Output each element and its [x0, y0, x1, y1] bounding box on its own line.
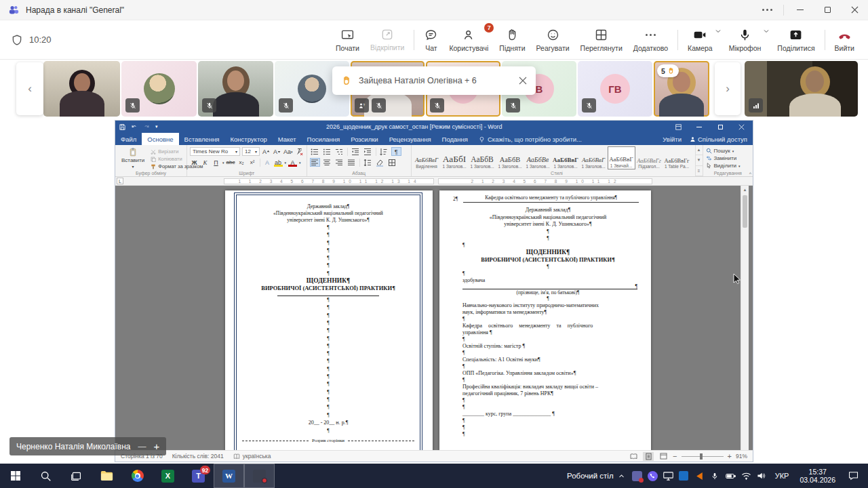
unpin-button[interactable]: Відкріпити	[365, 21, 410, 59]
text-effects-button[interactable]: А	[263, 158, 272, 167]
bullets-icon[interactable]	[310, 147, 320, 156]
word-minimize-button[interactable]	[692, 121, 707, 133]
share-button[interactable]: Поділитися	[772, 21, 820, 59]
search-button[interactable]	[31, 464, 61, 488]
redo-icon[interactable]	[143, 124, 150, 130]
action-center-button[interactable]	[841, 464, 865, 488]
word-taskbar-icon[interactable]: W	[214, 464, 244, 488]
window-close-button[interactable]	[841, 0, 868, 20]
superscript-button[interactable]: x²	[248, 158, 257, 167]
shrink-font-button[interactable]: А	[273, 147, 281, 156]
web-layout-button[interactable]	[658, 452, 669, 461]
style-item[interactable]: АаБбВвГ1 Заголов...	[580, 146, 608, 169]
justify-icon[interactable]	[347, 158, 357, 167]
participant-video[interactable]	[198, 61, 273, 117]
hidden-icons-chevron[interactable]	[614, 464, 629, 488]
document-canvas[interactable]: Державний заклад¶ «Південноукраїнський н…	[115, 186, 753, 450]
leave-button[interactable]: Вийти	[829, 21, 860, 59]
show-marks-icon[interactable]: ¶	[391, 147, 401, 156]
window-minimize-button[interactable]	[787, 0, 814, 20]
ribbon-display-options-icon[interactable]	[671, 121, 686, 133]
word-close-button[interactable]	[734, 121, 749, 133]
style-item[interactable]: АаБбВ1 Заголов...	[496, 146, 524, 169]
chat-button[interactable]: Чат	[418, 21, 443, 59]
tab-insert[interactable]: Вставлення	[179, 133, 225, 145]
replace-button[interactable]: Замінити	[706, 155, 741, 161]
zoom-out-button[interactable]: −	[673, 452, 677, 460]
clear-formatting-button[interactable]	[295, 147, 304, 156]
overlay-plus-button[interactable]: +	[153, 441, 159, 452]
toast-close-button[interactable]	[519, 77, 527, 85]
participants-button[interactable]: 7 Користувачі	[443, 21, 494, 59]
style-item[interactable]: АаБбВвГгПідзагол...	[635, 146, 663, 169]
qat-customize-icon[interactable]: ▾	[155, 124, 158, 129]
react-button[interactable]: Реагувати	[531, 21, 575, 59]
tab-mailings[interactable]: Розсилки	[345, 133, 383, 145]
print-layout-button[interactable]	[643, 452, 654, 461]
style-item[interactable]: АаБбВ1 Заголов...	[469, 146, 496, 169]
window-more-button[interactable]	[753, 0, 781, 20]
scrollbar-thumb[interactable]	[743, 195, 747, 228]
participant-avatar[interactable]: ГВ	[578, 61, 652, 117]
share-document-button[interactable]: Спільний доступ	[690, 136, 747, 143]
start-button[interactable]	[0, 464, 31, 488]
speaker-tray-icon[interactable]	[754, 464, 770, 488]
teams-tray-icon[interactable]	[629, 464, 645, 488]
file-explorer-icon[interactable]	[92, 464, 122, 488]
taskbar-clock[interactable]: 15:37 03.04.2026	[794, 468, 841, 484]
decrease-indent-icon[interactable]	[351, 147, 361, 156]
microphone-tray-icon[interactable]	[707, 464, 723, 488]
participant-video[interactable]	[745, 61, 858, 117]
ruler-segment[interactable]: 1 1 2 3 4 5 6 7 8 9 10 11 12 13 14	[224, 178, 434, 184]
increase-indent-icon[interactable]	[363, 147, 373, 156]
tab-selector[interactable]: L	[117, 178, 123, 184]
word-count[interactable]: Кількість слів: 2041	[172, 453, 224, 460]
tab-file[interactable]: Файл	[115, 133, 142, 145]
display-tray-icon[interactable]	[660, 464, 676, 488]
grow-font-button[interactable]: А	[262, 147, 271, 156]
highlight-button[interactable]: ab	[274, 158, 283, 167]
undo-icon[interactable]	[131, 124, 138, 130]
styles-scroll-down[interactable]: ▼	[696, 155, 703, 165]
shading-icon[interactable]	[375, 158, 385, 167]
zoom-slider-thumb[interactable]	[700, 453, 703, 460]
media-tray-icon[interactable]	[692, 464, 707, 488]
strip-prev-button[interactable]: ‹	[16, 62, 43, 115]
window-maximize-button[interactable]	[814, 0, 841, 20]
numbering-icon[interactable]	[322, 147, 332, 156]
sign-in-button[interactable]: Увійти	[663, 136, 682, 143]
participant-video[interactable]	[43, 61, 120, 117]
strip-next-button[interactable]: ›	[715, 62, 741, 115]
tab-design[interactable]: Конструктор	[225, 133, 273, 145]
tab-home[interactable]: Основне	[142, 133, 178, 145]
save-icon[interactable]	[119, 124, 125, 130]
tab-references[interactable]: Посилання	[302, 133, 346, 145]
font-name-select[interactable]: Times New Ro▾	[190, 147, 240, 156]
language-switcher[interactable]: УКР	[770, 472, 795, 480]
underline-button[interactable]: П	[212, 158, 220, 167]
zoom-in-button[interactable]: +	[728, 452, 732, 460]
overlay-minus-button[interactable]: —	[138, 442, 146, 451]
borders-icon[interactable]	[387, 158, 397, 167]
line-spacing-icon[interactable]	[363, 158, 373, 167]
participant-video[interactable]: 5	[654, 61, 709, 117]
chrome-icon[interactable]	[122, 464, 153, 488]
style-item[interactable]: АаБбВв1 Заголов...	[524, 146, 552, 169]
viber-tray-icon[interactable]	[645, 464, 660, 488]
tab-review[interactable]: Рецензування	[384, 133, 437, 145]
raise-hand-button[interactable]: Підняти	[494, 21, 530, 59]
collapse-ribbon-button[interactable]: ^	[749, 171, 751, 176]
select-button[interactable]: Виділити▾	[706, 163, 741, 169]
align-center-icon[interactable]	[322, 158, 332, 167]
italic-button[interactable]: К	[201, 158, 210, 167]
vertical-scrollbar[interactable]: ▲	[741, 186, 749, 450]
font-color-button[interactable]: А	[288, 158, 297, 167]
read-mode-button[interactable]	[628, 452, 639, 461]
document-page-2[interactable]: 2¶ Кафедра освітнього менеджменту та пуб…	[439, 190, 651, 450]
document-page-1[interactable]: Державний заклад¶ «Південноукраїнський н…	[225, 190, 433, 450]
start-presenting-button[interactable]: Почати	[330, 21, 365, 59]
view-button[interactable]: Переглянути	[575, 21, 628, 59]
style-item[interactable]: АаБбВвГВиділення	[413, 146, 441, 169]
word-restore-button[interactable]	[713, 121, 728, 133]
style-item[interactable]: АаБбВвГ1 Заголов...	[552, 146, 580, 169]
